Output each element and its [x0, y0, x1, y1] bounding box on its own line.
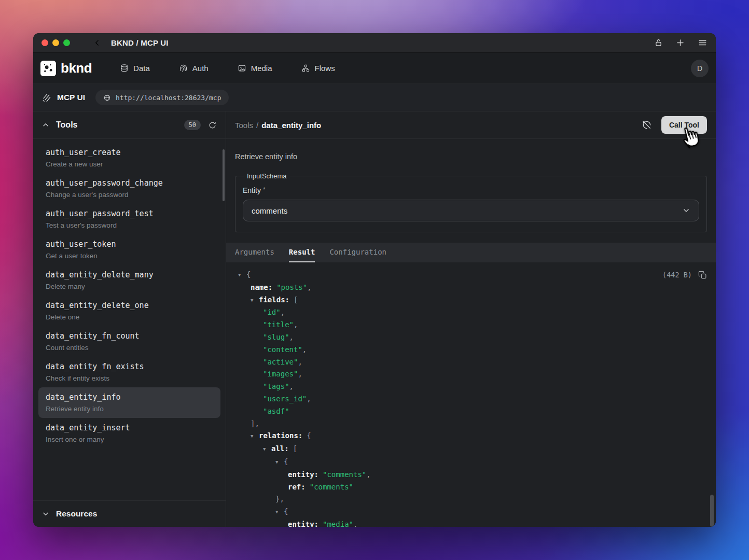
sidebar-item-data_entity_fn_exists[interactable]: data_entity_fn_existsCheck if entity exi… — [38, 357, 220, 387]
collapse-arrow-icon[interactable]: ▼ — [251, 430, 255, 443]
entity-select-value: comments — [252, 206, 287, 215]
json-line: ▼{ — [238, 456, 706, 469]
tool-description: Change a user's password — [46, 191, 213, 199]
sidebar-item-auth_user_password_test[interactable]: auth_user_password_testTest a user's pas… — [38, 204, 220, 234]
zoom-window-button[interactable] — [63, 39, 70, 46]
tool-description: Delete many — [46, 283, 213, 290]
nav-item-flows[interactable]: Flows — [301, 64, 335, 73]
entity-field-label: Entity* — [243, 186, 699, 194]
tools-header-label: Tools — [56, 120, 77, 130]
image-icon — [238, 64, 246, 73]
sidebar-item-auth_user_create[interactable]: auth_user_createCreate a new user — [38, 143, 220, 173]
sidebar-item-data_entity_info[interactable]: data_entity_infoRetrieve entity info — [38, 387, 220, 418]
sidebar-item-data_entity_fn_count[interactable]: data_entity_fn_countCount entities — [38, 326, 220, 357]
tool-description: Count entities — [46, 344, 213, 352]
avatar[interactable]: D — [691, 60, 709, 77]
sidebar-item-auth_user_password_change[interactable]: auth_user_password_changeChange a user's… — [38, 173, 220, 204]
sidebar-scrollbar[interactable] — [223, 149, 225, 201]
close-window-button[interactable] — [41, 39, 48, 46]
tab-configuration[interactable]: Configuration — [329, 243, 386, 262]
fingerprint-icon — [179, 64, 188, 73]
collapse-arrow-icon[interactable]: ▼ — [251, 295, 255, 307]
mcp-icon — [41, 93, 51, 103]
nav-item-auth[interactable]: Auth — [179, 64, 209, 73]
tool-detail-panel: Tools / data_entity_info Call Tool Retri… — [226, 111, 716, 527]
history-toggle-button[interactable] — [642, 120, 652, 130]
sidebar-item-data_entity_delete_one[interactable]: data_entity_delete_oneDelete one — [38, 296, 220, 326]
tool-description: Get a user token — [46, 252, 213, 260]
input-schema-fieldset: InputSchema Entity* comments — [235, 172, 707, 232]
tools-section-header[interactable]: Tools 50 — [33, 111, 226, 139]
bknd-logo-icon — [40, 61, 56, 76]
json-line: ▼all:[ — [238, 443, 706, 456]
mcp-subheader: MCP UI http://localhost:28623/mcp — [33, 84, 716, 111]
refresh-icon — [208, 121, 217, 130]
app-window: BKND / MCP UI — [33, 33, 716, 527]
menu-button[interactable] — [698, 38, 708, 48]
json-line: name:"posts", — [238, 282, 706, 294]
call-tool-button[interactable]: Call Tool — [661, 116, 707, 134]
entity-select[interactable]: comments — [243, 200, 699, 221]
app-navbar: bknd DataAuthMediaFlows D — [33, 53, 716, 84]
brand-name: bknd — [61, 60, 92, 76]
resources-header-label: Resources — [56, 509, 97, 519]
tab-result[interactable]: Result — [289, 243, 315, 262]
json-line: ▼{ — [238, 269, 706, 282]
primary-nav: DataAuthMediaFlows — [120, 64, 335, 73]
tool-description: Check if entity exists — [46, 374, 213, 382]
sidebar-item-data_entity_insert[interactable]: data_entity_insertInsert one or many — [38, 418, 220, 449]
minimize-window-button[interactable] — [52, 39, 59, 46]
tool-name: auth_user_password_test — [46, 209, 213, 218]
breadcrumb-tool-name: data_entity_info — [261, 121, 321, 130]
json-line: "id", — [238, 306, 706, 319]
sidebar-item-auth_user_token[interactable]: auth_user_tokenGet a user token — [38, 234, 220, 265]
tool-name: data_entity_insert — [46, 423, 213, 432]
brand-logo[interactable]: bknd — [40, 60, 92, 76]
breadcrumb-tools[interactable]: Tools — [235, 121, 253, 130]
window-title: BKND / MCP UI — [111, 38, 169, 47]
chevron-left-icon — [93, 38, 102, 47]
tool-name: data_entity_fn_exists — [46, 362, 213, 371]
nav-item-data[interactable]: Data — [120, 64, 150, 73]
main-scrollbar[interactable] — [710, 495, 714, 527]
lock-open-icon — [654, 38, 663, 47]
tools-sidebar: Tools 50 auth_user_createCreate a new us… — [33, 111, 226, 527]
traffic-lights — [41, 39, 70, 46]
chevron-up-icon — [42, 121, 49, 129]
json-line: "asdf" — [238, 405, 706, 418]
nav-item-label: Auth — [192, 64, 209, 73]
back-button[interactable] — [93, 38, 102, 47]
collapse-arrow-icon[interactable]: ▼ — [238, 269, 243, 282]
plus-icon — [675, 38, 685, 48]
resources-section-header[interactable]: Resources — [33, 500, 226, 527]
lock-button[interactable] — [654, 38, 663, 47]
result-tabs: ArgumentsResultConfiguration — [226, 243, 716, 262]
new-tab-button[interactable] — [675, 38, 685, 48]
collapse-arrow-icon[interactable]: ▼ — [275, 506, 280, 519]
collapse-arrow-icon[interactable]: ▼ — [263, 443, 268, 456]
tool-name: auth_user_password_change — [46, 178, 213, 188]
tool-description: Insert one or many — [46, 436, 213, 443]
tool-name: data_entity_delete_many — [46, 270, 213, 279]
result-size: (442 B) — [662, 269, 692, 282]
sidebar-item-data_entity_delete_many[interactable]: data_entity_delete_manyDelete many — [38, 265, 220, 296]
nav-item-media[interactable]: Media — [238, 64, 272, 73]
copy-icon — [698, 271, 707, 279]
copy-result-button[interactable] — [698, 271, 707, 279]
tool-detail-header: Tools / data_entity_info Call Tool — [226, 111, 716, 139]
tab-arguments[interactable]: Arguments — [235, 243, 274, 262]
tool-description: Test a user's password — [46, 221, 213, 229]
input-schema-legend: InputSchema — [244, 172, 290, 180]
tool-name: data_entity_delete_one — [46, 301, 213, 310]
collapse-arrow-icon[interactable]: ▼ — [275, 456, 280, 469]
tool-name: auth_user_create — [46, 148, 213, 157]
desktop-wallpaper: BKND / MCP UI — [0, 0, 749, 560]
json-line: "tags", — [238, 381, 706, 393]
refresh-tools-button[interactable] — [208, 121, 217, 130]
server-url-chip[interactable]: http://localhost:28623/mcp — [95, 90, 229, 105]
tool-list: auth_user_createCreate a new userauth_us… — [33, 139, 226, 500]
nav-item-label: Data — [133, 64, 150, 73]
json-line: entity:"media", — [238, 519, 706, 527]
tool-description: Retrieve entity info — [46, 405, 213, 413]
tool-description: Retrieve entity info — [226, 139, 716, 172]
